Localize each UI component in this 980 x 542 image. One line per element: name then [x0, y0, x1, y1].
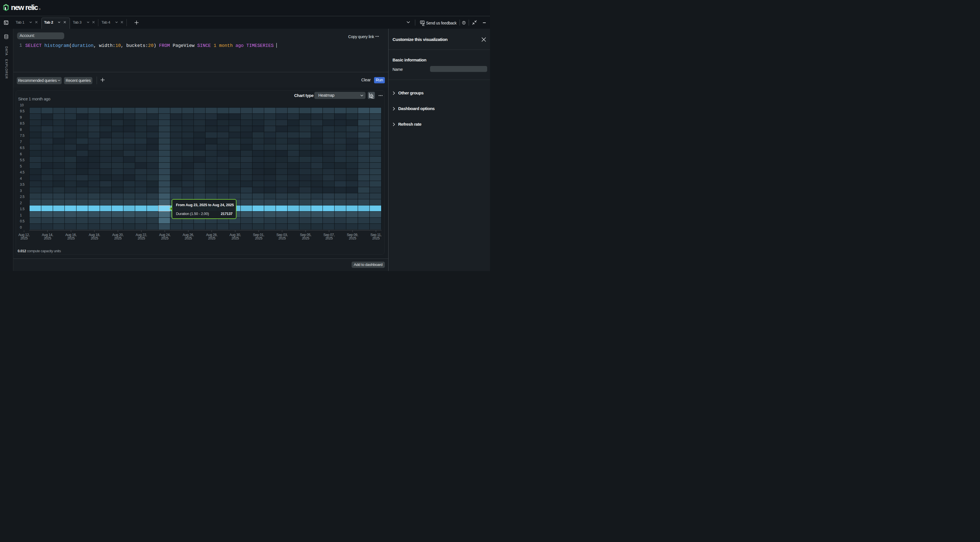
- svg-text:2025: 2025: [278, 236, 286, 240]
- svg-text:0: 0: [20, 225, 22, 230]
- svg-text:1: 1: [20, 213, 22, 217]
- svg-text:9: 9: [20, 115, 22, 120]
- svg-text:2025: 2025: [349, 236, 356, 240]
- svg-text:6.5: 6.5: [20, 146, 25, 150]
- svg-text:2025: 2025: [44, 236, 51, 240]
- svg-text:2025: 2025: [161, 236, 169, 240]
- svg-text:5.5: 5.5: [20, 158, 25, 162]
- svg-text:2025: 2025: [372, 236, 380, 240]
- svg-text:7: 7: [20, 140, 22, 144]
- svg-text:2025: 2025: [325, 236, 333, 240]
- svg-text:3.5: 3.5: [20, 183, 25, 187]
- svg-text:8: 8: [20, 128, 22, 132]
- svg-text:2025: 2025: [255, 236, 262, 240]
- svg-text:7.5: 7.5: [20, 134, 25, 138]
- svg-text:0.5: 0.5: [20, 219, 25, 223]
- svg-text:5: 5: [20, 164, 22, 168]
- svg-text:4: 4: [20, 177, 22, 180]
- svg-text:2: 2: [20, 201, 22, 205]
- svg-text:2025: 2025: [185, 236, 192, 240]
- svg-text:8.5: 8.5: [20, 121, 25, 125]
- svg-text:2025: 2025: [302, 236, 309, 240]
- svg-text:4.5: 4.5: [20, 171, 25, 174]
- svg-text:2025: 2025: [21, 236, 28, 240]
- svg-text:2025: 2025: [91, 236, 98, 240]
- svg-text:2025: 2025: [208, 236, 215, 240]
- svg-text:9.5: 9.5: [20, 109, 25, 113]
- svg-text:1.5: 1.5: [20, 207, 25, 211]
- svg-text:2.5: 2.5: [20, 195, 25, 199]
- svg-text:6: 6: [20, 152, 22, 156]
- svg-text:10: 10: [20, 103, 24, 107]
- svg-text:3: 3: [20, 189, 22, 193]
- svg-text:2025: 2025: [114, 236, 122, 240]
- svg-text:2025: 2025: [232, 236, 239, 240]
- svg-text:2025: 2025: [67, 236, 75, 240]
- svg-text:2025: 2025: [138, 236, 145, 240]
